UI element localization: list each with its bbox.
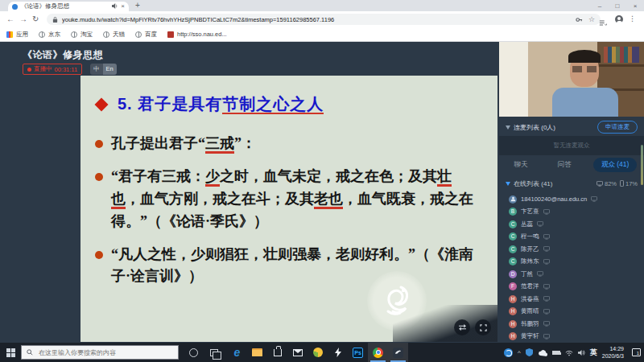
tab-title: 《论语》修身思想 [21, 2, 109, 10]
mobile-percentage: 17% [620, 180, 638, 187]
bookmark-item[interactable]: 应用 [6, 31, 28, 39]
antivirus-tray-icon[interactable] [504, 348, 513, 357]
cortana-button[interactable] [184, 343, 204, 362]
user-avatar: H [509, 295, 517, 303]
online-list-label: 在线列表 (41) [514, 179, 593, 188]
user-name: 陈炜东 [521, 257, 539, 265]
menu-kebab-icon[interactable]: ⋮ [629, 15, 636, 23]
window-close-button[interactable]: × [626, 2, 644, 10]
online-user-row: C 陈炜东 [499, 256, 644, 269]
store-icon[interactable] [267, 343, 287, 362]
tray-date: 2020/6/3 [602, 352, 624, 360]
bookmark-item[interactable]: 百度 [135, 31, 157, 39]
slide-text-segment: 孔子提出君子“ [111, 135, 205, 151]
user-name: 陈开乙 [521, 245, 539, 253]
slide-bullet: 孔子提出君子“三戒”： [95, 133, 473, 155]
scrollbar-thumb[interactable] [641, 145, 643, 185]
device-monitor-icon [543, 259, 550, 265]
globe-icon [39, 31, 45, 38]
defender-shield-icon[interactable] [526, 345, 533, 360]
file-explorer-icon[interactable] [247, 343, 267, 362]
lock-icon[interactable] [52, 12, 58, 27]
presentation-slide[interactable]: 5. 君子是具有节制之心之人 孔子提出君子“三戒”： “君子有三戒：少之时，血气… [80, 76, 497, 342]
collapse-icon[interactable] [506, 125, 510, 130]
task-view-button[interactable] [204, 343, 224, 362]
security-app-icon[interactable] [308, 343, 328, 362]
tab-close-icon[interactable]: × [121, 3, 125, 10]
taskbar: e Ps ^ 英 [0, 343, 644, 362]
window-minimize-button[interactable]: – [591, 2, 609, 10]
browser-tab[interactable]: 《论语》修身思想 × [8, 2, 129, 11]
slide-text-segment: ，血气方刚，戒之在斗；及其 [126, 191, 314, 207]
notification-center-icon[interactable]: 1 [632, 348, 641, 356]
bookmark-item[interactable]: 淘宝 [71, 31, 93, 39]
user-avatar: B [509, 208, 517, 216]
globe-icon [103, 31, 109, 38]
mic-list-row: 连麦列表 (0人) 申请连麦 [499, 118, 644, 136]
tab-audio-icon[interactable] [112, 3, 118, 10]
bookmark-star-icon[interactable]: ☆ [588, 16, 595, 23]
onedrive-cloud-icon[interactable] [538, 345, 547, 360]
start-button[interactable] [0, 343, 21, 362]
edge-icon[interactable]: e [227, 343, 247, 362]
key-icon[interactable] [576, 12, 583, 27]
reload-button[interactable]: ↻ [32, 14, 39, 25]
screen: 《论语》修身思想 × + – □ × ← → ↻ youke.mudu.tv/w… [0, 0, 644, 362]
slide-text-segment: ”： [234, 135, 256, 151]
language-toggle[interactable]: 中 En [90, 64, 117, 75]
slide-text-segment: 少 [205, 168, 220, 187]
globe-icon [71, 31, 77, 38]
profile-avatar-icon[interactable] [615, 15, 623, 23]
bookmark-label: 淘宝 [80, 31, 93, 39]
chrome-icon[interactable] [368, 343, 388, 362]
back-button[interactable]: ← [6, 14, 14, 25]
sidebar-tabs: 聊天问答观众 (41) [499, 155, 644, 175]
new-tab-button[interactable]: + [135, 1, 140, 10]
collapse-icon[interactable] [506, 182, 510, 186]
lang-en[interactable]: En [103, 64, 117, 75]
wifi-icon[interactable] [565, 345, 573, 360]
bookmark-item[interactable]: 天猫 [103, 31, 125, 39]
page-title: 《论语》修身思想 [23, 48, 103, 62]
user-name: 黄雨晴 [521, 307, 539, 315]
device-monitor-icon [543, 209, 550, 215]
bookmark-item[interactable]: 京东 [39, 31, 60, 39]
lang-zh[interactable]: 中 [90, 64, 103, 75]
bullet-dot-icon [95, 173, 103, 181]
user-avatar [509, 195, 517, 204]
apply-mic-button[interactable]: 申请连麦 [597, 121, 638, 134]
online-user-row: H 洪春燕 [499, 293, 644, 306]
tray-expand-icon[interactable]: ^ [518, 349, 521, 356]
sidebar-tab[interactable]: 问答 [550, 158, 580, 172]
device-monitor-icon [543, 334, 550, 339]
bookmark-item[interactable]: http://sso.nau.ed... [167, 31, 227, 38]
device-monitor-icon [537, 271, 543, 277]
slide-heading-text: 5. 君子是具有节制之心之人 [118, 93, 324, 115]
fullscreen-button[interactable] [475, 319, 491, 335]
presenter-video[interactable] [499, 42, 644, 117]
system-tray: ^ 英 14:29 2020/6/3 1 [504, 343, 644, 362]
utility-app-icon[interactable] [328, 343, 348, 362]
search-input[interactable] [37, 348, 166, 357]
battery-icon[interactable] [552, 351, 560, 355]
tray-clock[interactable]: 14:29 2020/6/3 [602, 345, 624, 360]
volume-icon[interactable] [578, 345, 585, 360]
url-text[interactable]: youke.mudu.tv/watch?id=MpFiYRtv76hvhYHzS… [62, 16, 572, 23]
window-maximize-button[interactable]: □ [609, 2, 626, 10]
sidebar-tab[interactable]: 观众 (41) [593, 158, 637, 172]
photoshop-icon[interactable]: Ps [348, 343, 368, 362]
swap-view-button[interactable] [454, 319, 470, 335]
omnibox[interactable]: youke.mudu.tv/watch?id=MpFiYRtv76hvhYHzS… [47, 14, 601, 25]
forward-button[interactable]: → [19, 14, 27, 25]
sidebar-tab[interactable]: 聊天 [506, 158, 536, 172]
media-app-icon[interactable] [388, 343, 408, 362]
slide-heading-row: 5. 君子是具有节制之心之人 [97, 93, 497, 115]
mic-empty-state: 暂无连麦观众 [499, 136, 644, 155]
taskbar-search[interactable] [21, 345, 179, 360]
user-avatar: H [509, 332, 517, 340]
user-avatar: C [509, 220, 517, 228]
ime-indicator[interactable]: 英 [590, 348, 597, 358]
live-timer: 00:31:11 [55, 66, 78, 73]
mail-icon[interactable] [287, 343, 308, 362]
slide-text-segment: “凡人之性，少则猖狂，壮则强暴，老则好利。”（《淮南子·诠言训》） [111, 246, 473, 285]
